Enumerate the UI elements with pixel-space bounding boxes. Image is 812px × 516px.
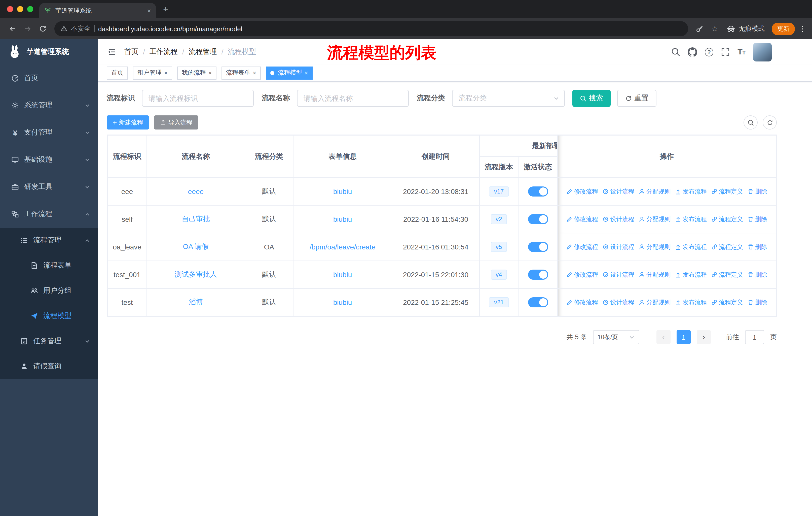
- assign-rule-link[interactable]: 分配规则: [639, 243, 671, 251]
- github-icon[interactable]: [688, 47, 697, 57]
- user-avatar[interactable]: [753, 43, 772, 61]
- password-key-icon[interactable]: [692, 21, 707, 36]
- sidebar-item-home[interactable]: 首页: [0, 64, 98, 92]
- page-size-select[interactable]: 10条/页: [593, 330, 639, 344]
- design-process-link[interactable]: 设计流程: [603, 243, 634, 251]
- sidebar-item-process-model[interactable]: 流程模型: [0, 303, 98, 329]
- edit-process-link[interactable]: 修改流程: [566, 215, 598, 223]
- form-link[interactable]: biubiu: [333, 298, 352, 306]
- form-link[interactable]: biubiu: [333, 187, 352, 195]
- breadcrumb-home[interactable]: 首页: [124, 47, 139, 56]
- tag-process-form[interactable]: 流程表单×: [222, 66, 261, 79]
- publish-process-link[interactable]: 发布流程: [675, 243, 707, 251]
- assign-rule-link[interactable]: 分配规则: [639, 215, 671, 223]
- process-definition-link[interactable]: 流程定义: [711, 270, 743, 279]
- tag-close-icon[interactable]: ×: [208, 69, 212, 76]
- model-name-link[interactable]: 自己审批: [182, 215, 210, 223]
- delete-link[interactable]: 删除: [748, 270, 767, 279]
- sidebar-item-process-form[interactable]: 流程表单: [0, 253, 98, 278]
- edit-process-link[interactable]: 修改流程: [566, 298, 598, 307]
- back-button[interactable]: [5, 21, 20, 36]
- design-process-link[interactable]: 设计流程: [603, 270, 634, 279]
- url-bar[interactable]: 不安全 dashboard.yudao.iocoder.cn/bpm/manag…: [54, 21, 688, 36]
- window-zoom-button[interactable]: [27, 6, 33, 12]
- active-toggle[interactable]: [528, 270, 548, 280]
- breadcrumb-process-management[interactable]: 流程管理: [189, 47, 217, 56]
- sidebar-item-process-management[interactable]: 流程管理: [0, 228, 98, 253]
- assign-rule-link[interactable]: 分配规则: [639, 298, 671, 307]
- tag-close-icon[interactable]: ×: [304, 69, 308, 76]
- show-search-button[interactable]: [744, 115, 758, 130]
- process-id-input[interactable]: [142, 90, 254, 107]
- next-page-button[interactable]: ›: [697, 330, 711, 344]
- reload-button[interactable]: [35, 21, 50, 36]
- search-icon[interactable]: [671, 47, 680, 56]
- edit-process-link[interactable]: 修改流程: [566, 243, 598, 251]
- model-name-link[interactable]: OA 请假: [183, 242, 209, 250]
- delete-link[interactable]: 删除: [748, 215, 767, 223]
- form-link[interactable]: /bpm/oa/leave/create: [310, 243, 376, 251]
- process-name-input[interactable]: [297, 90, 409, 107]
- tag-close-icon[interactable]: ×: [253, 69, 256, 76]
- publish-process-link[interactable]: 发布流程: [675, 298, 707, 307]
- model-name-link[interactable]: eeee: [188, 187, 204, 195]
- publish-process-link[interactable]: 发布流程: [675, 187, 707, 196]
- process-category-select[interactable]: 流程分类: [452, 90, 565, 107]
- refresh-table-button[interactable]: [763, 115, 777, 130]
- process-definition-link[interactable]: 流程定义: [711, 187, 743, 196]
- window-minimize-button[interactable]: [17, 6, 23, 12]
- tag-home[interactable]: 首页: [107, 66, 128, 79]
- form-link[interactable]: biubiu: [333, 215, 352, 223]
- active-toggle[interactable]: [528, 214, 548, 224]
- form-link[interactable]: biubiu: [333, 271, 352, 279]
- sidebar-item-payment[interactable]: ¥ 支付管理: [0, 119, 98, 146]
- model-name-link[interactable]: 滔博: [189, 298, 203, 306]
- sidebar-item-leave-query[interactable]: 请假查询: [0, 354, 98, 379]
- search-button[interactable]: 搜索: [572, 90, 611, 107]
- edit-process-link[interactable]: 修改流程: [566, 187, 598, 196]
- process-definition-link[interactable]: 流程定义: [711, 215, 743, 223]
- goto-page-input[interactable]: [745, 330, 764, 344]
- prev-page-button[interactable]: ‹: [657, 330, 671, 344]
- publish-process-link[interactable]: 发布流程: [675, 215, 707, 223]
- import-process-button[interactable]: 导入流程: [154, 115, 198, 130]
- active-toggle[interactable]: [528, 186, 548, 196]
- bookmark-star-icon[interactable]: ☆: [707, 21, 722, 36]
- active-toggle[interactable]: [528, 297, 548, 307]
- design-process-link[interactable]: 设计流程: [603, 187, 634, 196]
- sidebar-collapse-icon[interactable]: [107, 48, 116, 56]
- active-toggle[interactable]: [528, 242, 548, 252]
- tag-my-process[interactable]: 我的流程×: [177, 66, 216, 79]
- fullscreen-icon[interactable]: [721, 47, 730, 56]
- publish-process-link[interactable]: 发布流程: [675, 270, 707, 279]
- design-process-link[interactable]: 设计流程: [603, 298, 634, 307]
- sidebar-item-user-group[interactable]: 用户分组: [0, 278, 98, 303]
- font-size-icon[interactable]: TT: [737, 48, 746, 56]
- delete-link[interactable]: 删除: [748, 243, 767, 251]
- breadcrumb-workflow[interactable]: 工作流程: [149, 47, 178, 56]
- process-definition-link[interactable]: 流程定义: [711, 298, 743, 307]
- browser-menu-icon[interactable]: ⋮: [798, 24, 807, 33]
- process-definition-link[interactable]: 流程定义: [711, 243, 743, 251]
- tag-process-model[interactable]: 流程模型×: [266, 66, 313, 79]
- sidebar-item-task-management[interactable]: 任务管理: [0, 329, 98, 354]
- tab-close-icon[interactable]: ×: [147, 7, 151, 15]
- reset-button[interactable]: 重置: [617, 90, 657, 107]
- browser-update-button[interactable]: 更新: [772, 22, 795, 35]
- assign-rule-link[interactable]: 分配规则: [639, 270, 671, 279]
- sidebar-item-infrastructure[interactable]: 基础设施: [0, 146, 98, 173]
- window-close-button[interactable]: [7, 6, 13, 12]
- tag-close-icon[interactable]: ×: [164, 69, 168, 76]
- browser-tab[interactable]: 芋道管理系统 ×: [39, 3, 156, 18]
- sidebar-item-dev-tools[interactable]: 研发工具: [0, 173, 98, 200]
- delete-link[interactable]: 删除: [748, 187, 767, 196]
- edit-process-link[interactable]: 修改流程: [566, 270, 598, 279]
- sidebar-item-system[interactable]: 系统管理: [0, 92, 98, 119]
- model-name-link[interactable]: 测试多审批人: [175, 270, 217, 278]
- design-process-link[interactable]: 设计流程: [603, 215, 634, 223]
- current-page-button[interactable]: 1: [676, 330, 691, 344]
- help-icon[interactable]: ?: [705, 48, 713, 56]
- delete-link[interactable]: 删除: [748, 298, 767, 307]
- forward-button[interactable]: [20, 21, 35, 36]
- tag-tenant-management[interactable]: 租户管理×: [133, 66, 172, 79]
